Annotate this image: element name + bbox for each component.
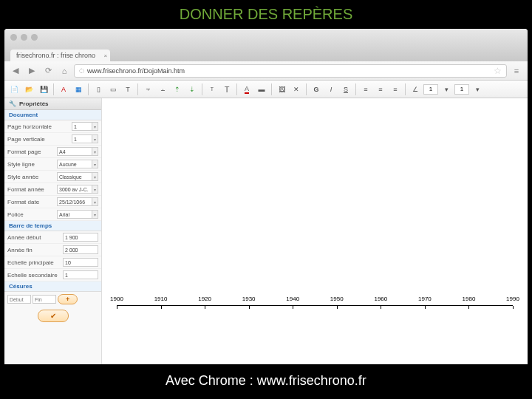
- prop-label: Police: [7, 211, 57, 218]
- prop-label: Format année: [7, 186, 57, 193]
- prop-style-annee: Style année Classique ▾: [4, 171, 101, 183]
- chevron-down-icon[interactable]: ▾: [92, 210, 98, 219]
- timeline-tick-label: 1910: [154, 296, 168, 302]
- prop-value-select[interactable]: Aucune: [57, 160, 92, 168]
- cesure-row: +: [4, 292, 101, 307]
- prop-page-verticale: Page verticale 1 ▾: [4, 133, 101, 146]
- timeline-tick-label: 1980: [463, 296, 476, 302]
- reload-button[interactable]: ⟳: [41, 64, 55, 78]
- prop-value-input[interactable]: 10: [63, 258, 98, 267]
- bold-icon[interactable]: G: [310, 83, 323, 96]
- font-color-icon[interactable]: A: [240, 83, 253, 96]
- fill-color-icon[interactable]: ▬: [255, 83, 268, 96]
- timeline-tick: [381, 306, 381, 309]
- align-left-icon[interactable]: ≡: [359, 83, 372, 96]
- panel-title: Propriétés: [19, 100, 49, 107]
- timeline-tick-label: 1930: [242, 296, 256, 302]
- prop-value-input[interactable]: 1 900: [63, 233, 98, 242]
- prop-value-select[interactable]: Classique: [57, 172, 92, 181]
- timeline-tick: [468, 306, 469, 309]
- back-button[interactable]: ◀: [9, 64, 22, 78]
- delete-icon[interactable]: ✕: [290, 83, 303, 96]
- cesure-fin-input[interactable]: [33, 295, 56, 304]
- timeline-tick: [293, 306, 293, 309]
- section-document: Document: [4, 110, 101, 120]
- minimize-window-icon[interactable]: [21, 34, 27, 41]
- prop-value-select[interactable]: Arial: [57, 210, 92, 219]
- image-icon[interactable]: 🖼: [275, 83, 288, 96]
- browser-tab[interactable]: frisechrono.fr : frise chrono ×: [10, 50, 110, 61]
- italic-icon[interactable]: I: [324, 83, 338, 96]
- prop-value-input[interactable]: 1: [63, 270, 98, 279]
- underline-icon[interactable]: S: [339, 83, 352, 96]
- prop-format-page: Format page A4 ▾: [4, 146, 101, 158]
- app-body: 🔧 Propriétés Document Page horizontale 1…: [4, 98, 528, 364]
- url-input[interactable]: ◌ www.frisechrono.fr/DojoMain.htm ☆: [74, 64, 507, 78]
- marker1-icon[interactable]: ⇡: [171, 83, 184, 96]
- toolbar-separator: [405, 83, 406, 95]
- prop-style-ligne: Style ligne Aucune ▾: [4, 158, 101, 171]
- app-toolbar: 📄 📂 💾 A ▦ ▯ ▭ T ⫟ ⫠ ⇡ ⇣ T T A ▬ 🖼 ✕ G I …: [4, 81, 528, 98]
- forward-button[interactable]: ▶: [25, 64, 38, 78]
- stepper-icon[interactable]: ▾: [471, 83, 484, 96]
- prop-format-annee: Format année 3000 av J-C. ▾: [4, 183, 101, 196]
- timeline-axis: 1900191019201930194019501960197019801990: [117, 305, 513, 306]
- save-icon[interactable]: 💾: [37, 83, 50, 96]
- prop-annee-fin: Année fin 2 000: [4, 244, 101, 256]
- event-tool-icon[interactable]: ▯: [92, 83, 105, 96]
- stepper-icon[interactable]: ▾: [92, 134, 98, 143]
- font-larger-icon[interactable]: T: [220, 83, 233, 96]
- prop-value-select[interactable]: 25/12/1066: [57, 197, 92, 206]
- home-button[interactable]: ⌂: [58, 64, 71, 78]
- spacing-input[interactable]: [454, 84, 469, 95]
- align-right-icon[interactable]: ≡: [389, 83, 402, 96]
- address-bar: ◀ ▶ ⟳ ⌂ ◌ www.frisechrono.fr/DojoMain.ht…: [4, 61, 528, 81]
- prop-value-input[interactable]: 2 000: [63, 245, 98, 254]
- export-image-icon[interactable]: ▦: [72, 83, 85, 96]
- prop-value-input[interactable]: 1: [72, 134, 92, 143]
- toolbar-separator: [355, 83, 356, 95]
- timeline-tick-label: 1900: [110, 296, 123, 302]
- menu-button[interactable]: ≡: [510, 64, 523, 78]
- bookmark-star-icon[interactable]: ☆: [494, 66, 502, 76]
- apply-button[interactable]: ✔: [38, 310, 69, 322]
- export-pdf-icon[interactable]: A: [57, 83, 70, 96]
- open-file-icon[interactable]: 📂: [22, 83, 35, 96]
- align-bottom-icon[interactable]: ⫠: [156, 83, 169, 96]
- cesure-debut-input[interactable]: [7, 295, 31, 304]
- align-center-icon[interactable]: ≡: [374, 83, 387, 96]
- new-file-icon[interactable]: 📄: [7, 83, 21, 96]
- stepper-icon[interactable]: ▾: [440, 83, 453, 96]
- timeline-tick: [513, 306, 514, 309]
- toolbar-separator: [53, 83, 54, 95]
- line-width-input[interactable]: [423, 84, 438, 95]
- prop-label: Année début: [7, 234, 63, 241]
- prop-value-select[interactable]: 3000 av J-C.: [57, 185, 92, 194]
- line-style-icon[interactable]: ∠: [409, 83, 422, 96]
- chevron-down-icon[interactable]: ▾: [92, 172, 98, 181]
- stepper-icon[interactable]: ▾: [92, 122, 98, 131]
- panel-header[interactable]: 🔧 Propriétés: [4, 98, 101, 110]
- tab-bar: frisechrono.fr : frise chrono ×: [4, 45, 528, 61]
- chevron-down-icon[interactable]: ▾: [92, 147, 98, 156]
- prop-value-input[interactable]: 1: [72, 122, 92, 131]
- timeline-tick-label: 1970: [418, 296, 432, 302]
- chevron-down-icon[interactable]: ▾: [92, 160, 98, 168]
- period-tool-icon[interactable]: ▭: [106, 83, 120, 96]
- close-tab-icon[interactable]: ×: [103, 52, 107, 59]
- text-tool-icon[interactable]: T: [121, 83, 134, 96]
- prop-value-select[interactable]: A4: [57, 147, 92, 156]
- close-window-icon[interactable]: [10, 34, 17, 41]
- chevron-down-icon[interactable]: ▾: [92, 197, 98, 206]
- prop-label: Année fin: [7, 247, 63, 253]
- font-smaller-icon[interactable]: T: [205, 83, 219, 96]
- chevron-down-icon[interactable]: ▾: [92, 185, 98, 194]
- align-top-icon[interactable]: ⫟: [141, 83, 154, 96]
- marker2-icon[interactable]: ⇣: [185, 83, 199, 96]
- add-cesure-button[interactable]: +: [58, 294, 78, 304]
- prop-label: Echelle secondaire: [7, 272, 63, 279]
- prop-label: Style année: [7, 174, 57, 180]
- maximize-window-icon[interactable]: [31, 34, 38, 41]
- timeline-canvas[interactable]: 1900191019201930194019501960197019801990: [102, 98, 528, 364]
- browser-window: frisechrono.fr : frise chrono × ◀ ▶ ⟳ ⌂ …: [4, 29, 528, 364]
